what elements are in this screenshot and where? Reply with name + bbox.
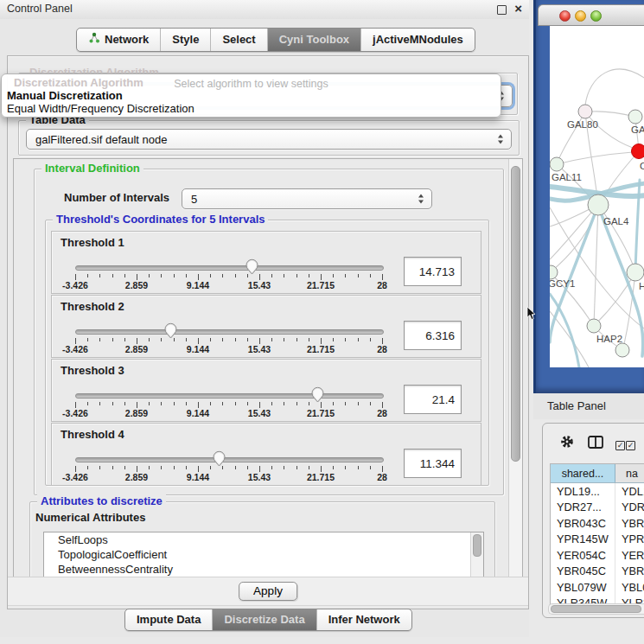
tab-impute-data[interactable]: Impute Data xyxy=(125,609,212,630)
network-edge[interactable] xyxy=(585,69,644,105)
zoom-traffic-light-icon[interactable] xyxy=(590,10,602,22)
dropdown-item-equal-width-frequency[interactable]: Equal Width/Frequency Discretization xyxy=(7,102,495,115)
panel-title: Control Panel xyxy=(7,3,73,15)
threshold-4-slider[interactable] xyxy=(75,457,384,462)
table-row[interactable]: YPR145WYPR1 xyxy=(551,532,644,548)
interval-definition-group: Interval Definition Number of Intervals … xyxy=(34,169,504,495)
table-panel-header: Table Panel xyxy=(533,393,644,419)
network-canvas[interactable]: GAL80GALCGAL11GAL4GCY1HHAP2 xyxy=(550,26,644,367)
settings-scrollpane: Interval Definition Number of Intervals … xyxy=(13,158,523,578)
tab-discretize-data[interactable]: Discretize Data xyxy=(212,609,316,630)
node-label: C xyxy=(640,161,644,171)
threshold-2-value-field[interactable]: 6.316 xyxy=(404,321,462,350)
float-window-icon[interactable] xyxy=(497,5,507,15)
spinner-arrows-icon xyxy=(418,194,424,204)
settings-vertical-scrollbar[interactable] xyxy=(508,159,522,577)
network-node[interactable] xyxy=(588,194,609,215)
network-edge[interactable] xyxy=(557,152,633,164)
table-row[interactable]: YER054CYER0 xyxy=(551,547,644,564)
node-label: H xyxy=(639,281,644,291)
node-label: GAL xyxy=(631,124,644,135)
gear-icon[interactable] xyxy=(560,435,574,451)
column-header-name[interactable]: na xyxy=(615,464,644,482)
group-title: Threshold's Coordinates for 5 Intervals xyxy=(53,213,268,226)
node-label: GCY1 xyxy=(550,278,575,289)
network-edge[interactable] xyxy=(594,205,598,326)
tab-network[interactable]: Network xyxy=(77,29,160,51)
table-header-row: shared... na xyxy=(551,464,644,483)
threshold-3-value-field[interactable]: 21.4 xyxy=(404,385,462,414)
dropdown-item-manual-discretization[interactable]: Manual Discretization xyxy=(7,89,495,102)
columns-icon[interactable] xyxy=(588,436,603,451)
table-horizontal-scrollbar[interactable] xyxy=(548,603,644,615)
attribute-list-item[interactable]: TopologicalCoefficient xyxy=(44,547,483,562)
tab-style[interactable]: Style xyxy=(160,29,210,51)
network-node[interactable] xyxy=(587,319,601,333)
attribute-list-item[interactable]: SelfLoops xyxy=(44,532,483,547)
control-panel: Control Panel × Network Style Select Cyn… xyxy=(0,0,529,637)
control-panel-titlebar: Control Panel × xyxy=(0,0,529,19)
node-label: GAL11 xyxy=(552,172,582,182)
minimize-traffic-light-icon[interactable] xyxy=(575,10,586,22)
threshold-3-slider[interactable] xyxy=(75,393,384,399)
close-icon[interactable]: × xyxy=(514,1,522,16)
table-data-combobox[interactable]: galFiltered.sif default node xyxy=(26,129,512,150)
tab-jactivemnodules[interactable]: jActiveMNodules xyxy=(360,29,475,51)
slider-knob[interactable] xyxy=(245,258,258,275)
table-row[interactable]: YDL19...YDL1 xyxy=(551,483,644,500)
network-node[interactable] xyxy=(628,110,642,124)
dropdown-hint: Select algorithm to view settings xyxy=(2,78,501,90)
numerical-attributes-list[interactable]: SelfLoopsTopologicalCoefficientBetweenne… xyxy=(43,532,484,578)
numerical-attributes-label: Numerical Attributes xyxy=(35,511,145,524)
slider-knob[interactable] xyxy=(213,450,226,467)
tab-cyni-toolbox[interactable]: Cyni Toolbox xyxy=(267,29,360,51)
table-toolbar: ✓✓ xyxy=(543,427,644,456)
table-data-group: Table Data galFiltered.sif default node xyxy=(18,120,520,156)
threshold-2-slider[interactable] xyxy=(75,329,384,335)
group-title: Attributes to discretize xyxy=(37,494,166,507)
apply-button[interactable]: Apply xyxy=(239,582,297,601)
slider-knob[interactable] xyxy=(311,386,324,403)
node-label: HAP2 xyxy=(596,334,622,344)
table-row[interactable]: YBR045CYBR0 xyxy=(551,564,644,580)
node-label: GAL80 xyxy=(567,119,598,130)
threshold-2-panel: Threshold 2 -3.4262.8599.14415.4321.7152… xyxy=(51,295,481,358)
network-node[interactable] xyxy=(632,144,644,159)
network-node[interactable] xyxy=(550,157,564,171)
algorithm-dropdown-popup: Discretization Algorithm Select algorith… xyxy=(1,73,501,118)
tab-infer-network[interactable]: Infer Network xyxy=(316,609,411,630)
network-edge[interactable] xyxy=(550,205,598,259)
num-intervals-spinner[interactable]: 5 xyxy=(182,188,432,209)
network-window-titlebar[interactable] xyxy=(538,4,644,26)
checkbox-select-icon[interactable]: ✓✓ xyxy=(615,437,635,450)
network-node[interactable] xyxy=(615,343,629,357)
slider-knob[interactable] xyxy=(164,322,177,339)
threshold-3-panel: Threshold 3 -3.4262.8599.14415.4321.7152… xyxy=(51,359,481,422)
network-node[interactable] xyxy=(627,264,644,281)
threshold-1-value-field[interactable]: 14.713 xyxy=(404,257,462,286)
threshold-1-slider[interactable] xyxy=(75,265,384,271)
network-node[interactable] xyxy=(578,105,592,118)
thresholds-group: Threshold's Coordinates for 5 Intervals … xyxy=(45,220,489,486)
combo-arrows-icon xyxy=(497,135,504,144)
threshold-4-value-field[interactable]: 11.344 xyxy=(404,449,462,478)
node-attribute-table[interactable]: shared... na YDL19...YDL1YDR27...YDR2YBR… xyxy=(550,463,644,605)
mouse-cursor xyxy=(526,307,536,323)
attributes-scrollbar[interactable] xyxy=(470,532,483,577)
table-panel: ✓✓ shared... na YDL19...YDL1YDR27...YDR2… xyxy=(542,423,644,618)
attribute-list-item[interactable]: BetweennessCentrality xyxy=(44,562,483,577)
network-edge[interactable] xyxy=(598,205,635,271)
cyni-toolbox-panel: Discretization Algorithm Discretization … xyxy=(7,55,529,609)
network-edge[interactable] xyxy=(585,112,633,148)
table-row[interactable]: YBR043CYBR0 xyxy=(551,515,644,532)
table-row[interactable]: YDR27...YDR2 xyxy=(551,500,644,516)
close-traffic-light-icon[interactable] xyxy=(559,10,571,22)
network-view-window: GAL80GALCGAL11GAL4GCY1HHAP2 xyxy=(533,0,644,393)
node-label: GAL4 xyxy=(603,216,629,226)
tab-select[interactable]: Select xyxy=(210,29,266,51)
table-row[interactable]: YBL079WYBL0 xyxy=(551,579,644,596)
column-header-shared-name[interactable]: shared... xyxy=(551,464,615,482)
threshold-4-panel: Threshold 4 -3.4262.8599.14415.4321.7152… xyxy=(51,423,481,486)
bottom-tabbar: Impute Data Discretize Data Infer Networ… xyxy=(124,609,412,631)
group-title: Interval Definition xyxy=(41,162,143,175)
